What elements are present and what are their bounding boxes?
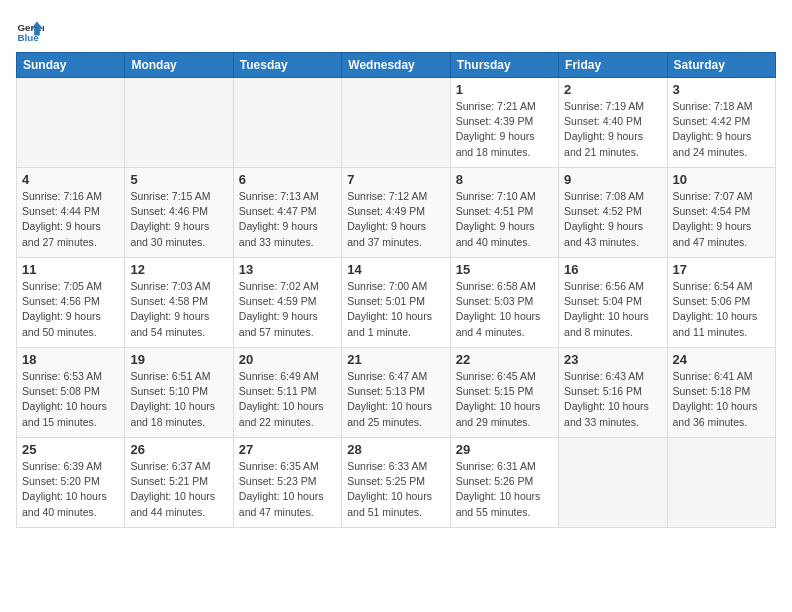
- day-number: 10: [673, 172, 770, 187]
- day-number: 22: [456, 352, 553, 367]
- calendar-cell: 28Sunrise: 6:33 AM Sunset: 5:25 PM Dayli…: [342, 438, 450, 528]
- calendar-week-1: 1Sunrise: 7:21 AM Sunset: 4:39 PM Daylig…: [17, 78, 776, 168]
- calendar-cell: 20Sunrise: 6:49 AM Sunset: 5:11 PM Dayli…: [233, 348, 341, 438]
- day-info: Sunrise: 7:16 AM Sunset: 4:44 PM Dayligh…: [22, 189, 119, 250]
- day-info: Sunrise: 6:53 AM Sunset: 5:08 PM Dayligh…: [22, 369, 119, 430]
- day-number: 25: [22, 442, 119, 457]
- calendar-cell: 8Sunrise: 7:10 AM Sunset: 4:51 PM Daylig…: [450, 168, 558, 258]
- day-info: Sunrise: 6:47 AM Sunset: 5:13 PM Dayligh…: [347, 369, 444, 430]
- day-header-thursday: Thursday: [450, 53, 558, 78]
- day-number: 29: [456, 442, 553, 457]
- logo-icon: General Blue: [16, 16, 44, 44]
- day-info: Sunrise: 6:58 AM Sunset: 5:03 PM Dayligh…: [456, 279, 553, 340]
- calendar-cell: [559, 438, 667, 528]
- calendar-cell: 1Sunrise: 7:21 AM Sunset: 4:39 PM Daylig…: [450, 78, 558, 168]
- calendar-table: SundayMondayTuesdayWednesdayThursdayFrid…: [16, 52, 776, 528]
- day-number: 7: [347, 172, 444, 187]
- calendar-cell: 26Sunrise: 6:37 AM Sunset: 5:21 PM Dayli…: [125, 438, 233, 528]
- day-number: 19: [130, 352, 227, 367]
- calendar-header: SundayMondayTuesdayWednesdayThursdayFrid…: [17, 53, 776, 78]
- calendar-cell: 18Sunrise: 6:53 AM Sunset: 5:08 PM Dayli…: [17, 348, 125, 438]
- calendar-cell: 3Sunrise: 7:18 AM Sunset: 4:42 PM Daylig…: [667, 78, 775, 168]
- day-info: Sunrise: 7:00 AM Sunset: 5:01 PM Dayligh…: [347, 279, 444, 340]
- day-number: 26: [130, 442, 227, 457]
- day-info: Sunrise: 7:13 AM Sunset: 4:47 PM Dayligh…: [239, 189, 336, 250]
- day-info: Sunrise: 7:18 AM Sunset: 4:42 PM Dayligh…: [673, 99, 770, 160]
- day-header-saturday: Saturday: [667, 53, 775, 78]
- calendar-cell: 25Sunrise: 6:39 AM Sunset: 5:20 PM Dayli…: [17, 438, 125, 528]
- logo: General Blue: [16, 16, 48, 44]
- day-number: 1: [456, 82, 553, 97]
- day-header-wednesday: Wednesday: [342, 53, 450, 78]
- calendar-cell: [233, 78, 341, 168]
- day-number: 24: [673, 352, 770, 367]
- calendar-cell: 24Sunrise: 6:41 AM Sunset: 5:18 PM Dayli…: [667, 348, 775, 438]
- day-info: Sunrise: 6:37 AM Sunset: 5:21 PM Dayligh…: [130, 459, 227, 520]
- calendar-cell: 21Sunrise: 6:47 AM Sunset: 5:13 PM Dayli…: [342, 348, 450, 438]
- calendar-body: 1Sunrise: 7:21 AM Sunset: 4:39 PM Daylig…: [17, 78, 776, 528]
- day-info: Sunrise: 7:02 AM Sunset: 4:59 PM Dayligh…: [239, 279, 336, 340]
- day-info: Sunrise: 7:19 AM Sunset: 4:40 PM Dayligh…: [564, 99, 661, 160]
- day-number: 14: [347, 262, 444, 277]
- day-header-tuesday: Tuesday: [233, 53, 341, 78]
- calendar-cell: 11Sunrise: 7:05 AM Sunset: 4:56 PM Dayli…: [17, 258, 125, 348]
- calendar-cell: 13Sunrise: 7:02 AM Sunset: 4:59 PM Dayli…: [233, 258, 341, 348]
- day-number: 17: [673, 262, 770, 277]
- day-info: Sunrise: 7:10 AM Sunset: 4:51 PM Dayligh…: [456, 189, 553, 250]
- day-info: Sunrise: 6:41 AM Sunset: 5:18 PM Dayligh…: [673, 369, 770, 430]
- day-info: Sunrise: 6:33 AM Sunset: 5:25 PM Dayligh…: [347, 459, 444, 520]
- calendar-cell: 2Sunrise: 7:19 AM Sunset: 4:40 PM Daylig…: [559, 78, 667, 168]
- day-info: Sunrise: 7:03 AM Sunset: 4:58 PM Dayligh…: [130, 279, 227, 340]
- calendar-week-2: 4Sunrise: 7:16 AM Sunset: 4:44 PM Daylig…: [17, 168, 776, 258]
- day-info: Sunrise: 7:08 AM Sunset: 4:52 PM Dayligh…: [564, 189, 661, 250]
- day-number: 3: [673, 82, 770, 97]
- day-info: Sunrise: 7:12 AM Sunset: 4:49 PM Dayligh…: [347, 189, 444, 250]
- header: General Blue: [16, 16, 776, 44]
- calendar-cell: 19Sunrise: 6:51 AM Sunset: 5:10 PM Dayli…: [125, 348, 233, 438]
- calendar-cell: 23Sunrise: 6:43 AM Sunset: 5:16 PM Dayli…: [559, 348, 667, 438]
- day-info: Sunrise: 7:05 AM Sunset: 4:56 PM Dayligh…: [22, 279, 119, 340]
- day-info: Sunrise: 7:21 AM Sunset: 4:39 PM Dayligh…: [456, 99, 553, 160]
- day-info: Sunrise: 6:56 AM Sunset: 5:04 PM Dayligh…: [564, 279, 661, 340]
- day-number: 20: [239, 352, 336, 367]
- calendar-cell: 27Sunrise: 6:35 AM Sunset: 5:23 PM Dayli…: [233, 438, 341, 528]
- calendar-cell: 15Sunrise: 6:58 AM Sunset: 5:03 PM Dayli…: [450, 258, 558, 348]
- day-number: 5: [130, 172, 227, 187]
- day-info: Sunrise: 7:07 AM Sunset: 4:54 PM Dayligh…: [673, 189, 770, 250]
- calendar-cell: 16Sunrise: 6:56 AM Sunset: 5:04 PM Dayli…: [559, 258, 667, 348]
- calendar-cell: 6Sunrise: 7:13 AM Sunset: 4:47 PM Daylig…: [233, 168, 341, 258]
- day-header-sunday: Sunday: [17, 53, 125, 78]
- calendar-cell: [342, 78, 450, 168]
- calendar-cell: 7Sunrise: 7:12 AM Sunset: 4:49 PM Daylig…: [342, 168, 450, 258]
- day-info: Sunrise: 6:31 AM Sunset: 5:26 PM Dayligh…: [456, 459, 553, 520]
- day-number: 9: [564, 172, 661, 187]
- day-number: 23: [564, 352, 661, 367]
- day-number: 8: [456, 172, 553, 187]
- calendar-cell: 12Sunrise: 7:03 AM Sunset: 4:58 PM Dayli…: [125, 258, 233, 348]
- calendar-cell: 4Sunrise: 7:16 AM Sunset: 4:44 PM Daylig…: [17, 168, 125, 258]
- day-header-friday: Friday: [559, 53, 667, 78]
- calendar-cell: 22Sunrise: 6:45 AM Sunset: 5:15 PM Dayli…: [450, 348, 558, 438]
- calendar-cell: 29Sunrise: 6:31 AM Sunset: 5:26 PM Dayli…: [450, 438, 558, 528]
- calendar-cell: 17Sunrise: 6:54 AM Sunset: 5:06 PM Dayli…: [667, 258, 775, 348]
- calendar-cell: [667, 438, 775, 528]
- day-number: 15: [456, 262, 553, 277]
- day-number: 11: [22, 262, 119, 277]
- day-number: 2: [564, 82, 661, 97]
- day-info: Sunrise: 7:15 AM Sunset: 4:46 PM Dayligh…: [130, 189, 227, 250]
- day-number: 18: [22, 352, 119, 367]
- day-info: Sunrise: 6:54 AM Sunset: 5:06 PM Dayligh…: [673, 279, 770, 340]
- day-number: 27: [239, 442, 336, 457]
- day-info: Sunrise: 6:43 AM Sunset: 5:16 PM Dayligh…: [564, 369, 661, 430]
- day-number: 13: [239, 262, 336, 277]
- day-info: Sunrise: 6:49 AM Sunset: 5:11 PM Dayligh…: [239, 369, 336, 430]
- day-number: 16: [564, 262, 661, 277]
- day-info: Sunrise: 6:51 AM Sunset: 5:10 PM Dayligh…: [130, 369, 227, 430]
- calendar-cell: [17, 78, 125, 168]
- day-info: Sunrise: 6:35 AM Sunset: 5:23 PM Dayligh…: [239, 459, 336, 520]
- day-number: 28: [347, 442, 444, 457]
- day-info: Sunrise: 6:45 AM Sunset: 5:15 PM Dayligh…: [456, 369, 553, 430]
- calendar-cell: 9Sunrise: 7:08 AM Sunset: 4:52 PM Daylig…: [559, 168, 667, 258]
- day-number: 12: [130, 262, 227, 277]
- day-number: 6: [239, 172, 336, 187]
